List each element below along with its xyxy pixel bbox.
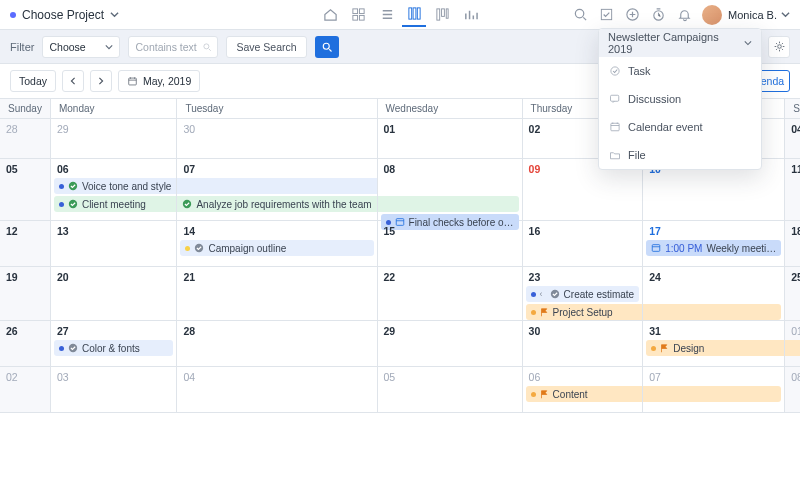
calendar-view-icon[interactable] [402,3,426,27]
project-picker[interactable]: Choose Project [10,8,119,22]
event-client-meeting[interactable]: Client meeting [54,196,177,212]
calendar-cell[interactable]: 08 Final checks before o… [378,159,523,221]
event-project-setup[interactable]: Project Setup [526,304,643,320]
event-create-estimate[interactable]: ‹ Create estimate [526,286,640,302]
bell-icon[interactable] [672,3,696,27]
calendar-cell[interactable]: 19 [0,267,51,321]
svg-rect-3 [359,15,364,20]
month-picker[interactable]: May, 2019 [118,70,200,92]
save-search-button[interactable]: Save Search [226,36,306,58]
calendar-cell[interactable]: 21 [177,267,377,321]
calendar-cell[interactable]: 23 ‹ Create estimate Project Setup [523,267,644,321]
event-continuation[interactable] [643,304,781,320]
calendar-cell[interactable]: 06 Voice tone and style Client meeting [51,159,178,221]
dropdown-header[interactable]: Newsletter Campaigns 2019 [599,29,761,57]
prev-button[interactable] [62,70,84,92]
calendar-cell[interactable]: 01 [378,119,523,159]
saved-searches-button[interactable] [315,36,339,58]
check-icon [68,199,78,209]
calendar-cell[interactable]: 11 [785,159,800,221]
calendar-cell[interactable]: 29 [51,119,178,159]
filter-label: Filter [10,41,34,53]
board-view-icon[interactable] [430,3,454,27]
event-continuation[interactable] [643,386,781,402]
dropdown-item-file[interactable]: File [599,141,761,169]
svg-rect-9 [446,9,448,18]
add-icon[interactable] [620,3,644,27]
dayhead-mon: Monday [51,99,178,119]
calendar-cell[interactable]: 30 [523,321,644,367]
search-icon[interactable] [568,3,592,27]
next-button[interactable] [90,70,112,92]
filter-select[interactable]: Choose [42,36,120,58]
svg-point-14 [204,43,209,48]
event-design[interactable]: Design [646,340,784,356]
calendar-cell[interactable]: 12 [0,221,51,267]
calendar-cell[interactable]: 01 [785,321,800,367]
settings-button[interactable] [768,36,790,58]
dropdown-item-discussion[interactable]: Discussion [599,85,761,113]
event-analyze[interactable]: Analyze job requirements with the team [177,196,376,212]
grid-view-icon[interactable] [346,3,370,27]
event-continuation[interactable] [177,178,376,194]
calendar-cell[interactable]: 27 Color & fonts [51,321,178,367]
svg-rect-1 [359,9,364,14]
calendar-cell[interactable]: 17 1:00 PM Weekly meeti… [643,221,785,267]
svg-point-17 [610,67,618,75]
calendar-cell[interactable]: 16 [523,221,644,267]
filter-search-input[interactable]: Contains text [128,36,218,58]
filter-search-placeholder: Contains text [135,41,196,53]
calendar-cell[interactable]: 05 [378,367,523,413]
event-continuation[interactable] [785,340,800,356]
calendar-cell[interactable]: 14 Campaign outline [177,221,377,267]
event-voice-tone[interactable]: Voice tone and style [54,178,177,194]
calendar-cell[interactable]: 25 [785,267,800,321]
calendar-cell[interactable]: 26 [0,321,51,367]
calendar-cell[interactable]: 28 [177,321,377,367]
calendar-cell[interactable]: 31 Design [643,321,785,367]
dropdown-item-calendar[interactable]: Calendar event [599,113,761,141]
calendar-cell[interactable]: 07 [643,367,785,413]
calendar-cell[interactable]: 07 Analyze job requirements with the tea… [177,159,377,221]
svg-point-27 [550,290,558,298]
project-label: Choose Project [22,8,104,22]
dayhead-tue: Tuesday [177,99,377,119]
tasks-icon[interactable] [594,3,618,27]
event-dot [531,392,536,397]
timer-icon[interactable] [646,3,670,27]
calendar-cell[interactable]: 20 [51,267,178,321]
calendar-cell[interactable]: 05 [0,159,51,221]
today-button[interactable]: Today [10,70,56,92]
calendar-cell[interactable]: 08 [785,367,800,413]
event-content[interactable]: Content [526,386,643,402]
reports-icon[interactable] [458,3,482,27]
chevron-left-icon: ‹ [540,289,546,299]
calendar-cell[interactable]: 29 [378,321,523,367]
event-campaign-outline[interactable]: Campaign outline [180,240,373,256]
svg-point-28 [69,344,77,352]
event-continuation[interactable] [378,196,519,212]
calendar-cell[interactable]: 22 [378,267,523,321]
calendar-cell[interactable]: 15 [378,221,523,267]
event-dot [651,346,656,351]
home-icon[interactable] [318,3,342,27]
calendar-cell[interactable]: 06 Content [523,367,644,413]
calendar-cell[interactable]: 28 [0,119,51,159]
calendar-cell[interactable]: 13 [51,221,178,267]
event-weekly-meeting[interactable]: 1:00 PM Weekly meeti… [646,240,781,256]
calendar-cell[interactable]: 24 [643,267,785,321]
chevron-down-icon[interactable] [781,10,790,19]
dropdown-item-task[interactable]: Task [599,57,761,85]
calendar-cell[interactable]: 02 [0,367,51,413]
svg-point-22 [69,200,77,208]
calendar-cell[interactable]: 04 [177,367,377,413]
avatar[interactable] [702,5,722,25]
calendar-cell[interactable]: 04 [785,119,800,159]
event-color-fonts[interactable]: Color & fonts [54,340,174,356]
svg-rect-2 [352,15,357,20]
flag-icon [660,344,669,353]
calendar-cell[interactable]: 30 [177,119,377,159]
list-view-icon[interactable] [374,3,398,27]
calendar-cell[interactable]: 03 [51,367,178,413]
calendar-cell[interactable]: 18 [785,221,800,267]
